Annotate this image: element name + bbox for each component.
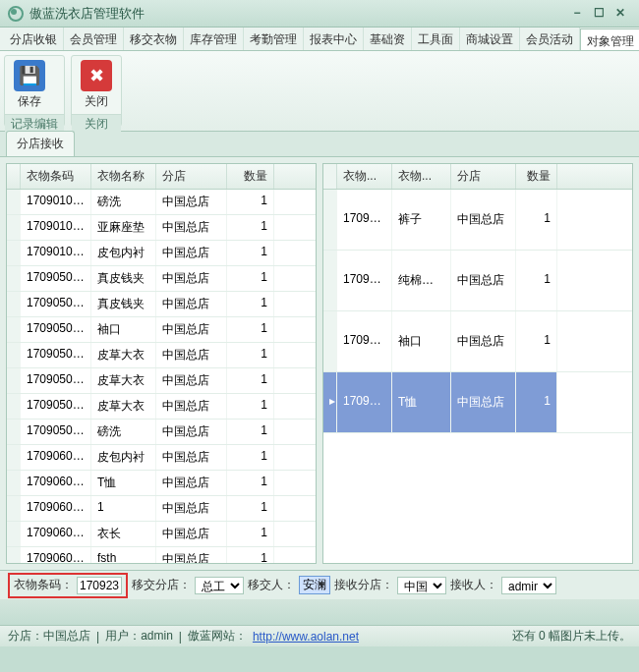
menu-item[interactable]: 工具面 (412, 28, 460, 50)
cell-shop: 中国总店 (156, 368, 227, 393)
tab-branch-receive[interactable]: 分店接收 (6, 131, 75, 156)
menu-item[interactable]: 基础资 (364, 28, 412, 50)
col-header[interactable]: 数量 (227, 164, 274, 189)
status-shop: 分店：中国总店 (8, 628, 90, 644)
receive-shop-label: 接收分店： (334, 577, 393, 593)
row-indicator-icon (323, 311, 337, 371)
table-row[interactable]: 1709060 0...fsth中国总店1 (7, 547, 316, 563)
cell-qty: 1 (227, 394, 274, 419)
table-row[interactable]: 1709010 0...磅洗中国总店1 (7, 190, 316, 215)
table-row[interactable]: 1709010 0...亚麻座垫中国总店1 (7, 215, 316, 241)
menu-item[interactable]: 分店收银 (4, 28, 64, 50)
close-button-icon: ✖ (81, 60, 112, 91)
menu-item[interactable]: 对象管理 (580, 28, 639, 51)
col-header[interactable]: 分店 (451, 164, 516, 189)
menu-item[interactable]: 考勤管理 (244, 28, 304, 50)
cell-qty: 1 (227, 471, 274, 495)
cell-name: 皮包内衬 (91, 445, 156, 470)
cell-qty: 1 (227, 420, 274, 444)
table-row[interactable]: 1709060 0...1中国总店1 (7, 496, 316, 522)
cell-name: 皮草大衣 (91, 394, 156, 419)
table-row[interactable]: 1709050 0...真皮钱夹中国总店1 (7, 266, 316, 292)
table-row[interactable]: 1709050 0...袖口中国总店1 (7, 317, 316, 343)
table-row[interactable]: ▸170920...T恤中国总店1 (323, 372, 632, 433)
col-header[interactable]: 分店 (156, 164, 227, 189)
col-header[interactable]: 数量 (516, 164, 557, 189)
col-header[interactable]: 衣物... (392, 164, 451, 189)
cell-shop: 中国总店 (156, 547, 227, 563)
cell-shop: 中国总店 (156, 317, 227, 342)
barcode-highlight: 衣物条码： (8, 573, 128, 598)
table-row[interactable]: 1709060 0...T恤中国总店1 (7, 471, 316, 496)
close-button[interactable]: ✖关闭 (74, 58, 119, 112)
cell-name: 皮包内衬 (91, 241, 156, 265)
cell-shop: 中国总店 (156, 394, 227, 419)
save-button[interactable]: 💾保存 (7, 58, 52, 112)
status-remaining: 还有 0 幅图片未上传。 (512, 628, 631, 644)
window-close-button[interactable]: ✕ (610, 5, 631, 23)
cell-qty: 1 (516, 372, 557, 432)
tabrow: 分店接收 (0, 132, 639, 157)
table-row[interactable]: 1709050 0...皮草大衣中国总店1 (7, 394, 316, 420)
minimize-button[interactable]: − (566, 5, 588, 23)
table-row[interactable]: 170923...纯棉衬衫中国总店1 (323, 251, 632, 311)
table-row[interactable]: 170909...袖口中国总店1 (323, 311, 632, 372)
cell-code: 1709050 0... (21, 343, 91, 367)
content-area: 衣物条码 衣物名称 分店 数量 1709010 0...磅洗中国总店117090… (0, 157, 639, 570)
table-row[interactable]: 1709060 0...衣长中国总店1 (7, 522, 316, 547)
maximize-button[interactable]: ☐ (588, 5, 610, 23)
left-grid-body[interactable]: 1709010 0...磅洗中国总店11709010 0...亚麻座垫中国总店1… (7, 190, 316, 563)
right-grid-body[interactable]: 170923...裤子中国总店1170923...纯棉衬衫中国总店1170909… (323, 190, 632, 563)
status-site-label: 傲蓝网站： (188, 628, 247, 644)
menu-item[interactable]: 移交衣物 (124, 28, 184, 50)
menu-item[interactable]: 会员活动 (520, 28, 580, 50)
right-grid-header: 衣物... 衣物... 分店 数量 (323, 164, 632, 190)
receive-shop-select[interactable]: 中国总 (397, 577, 446, 594)
cell-qty: 1 (227, 215, 274, 240)
cell-shop: 中国总店 (156, 343, 227, 367)
separator (0, 599, 639, 625)
cell-name: 纯棉衬衫 (392, 251, 451, 310)
col-header[interactable]: 衣物条码 (21, 164, 91, 189)
col-header[interactable]: 衣物名称 (91, 164, 156, 189)
cell-qty: 1 (516, 311, 557, 371)
table-row[interactable]: 1709050 0...真皮钱夹中国总店1 (7, 292, 316, 317)
table-row[interactable]: 1709060 0...皮包内衬中国总店1 (7, 445, 316, 471)
bottom-bar: 衣物条码： 移交分店： 总工厂 移交人： 安澜 接收分店： 中国总 接收人： a… (0, 570, 639, 599)
receive-person-select[interactable]: admin (501, 577, 556, 594)
cell-shop: 中国总店 (451, 251, 516, 310)
cell-qty: 1 (227, 317, 274, 342)
cell-qty: 1 (227, 241, 274, 265)
cell-name: 皮草大衣 (91, 368, 156, 393)
save-button-icon: 💾 (14, 60, 45, 91)
status-site-link[interactable]: http://www.aolan.net (253, 630, 359, 644)
table-row[interactable]: 170923...裤子中国总店1 (323, 190, 632, 251)
table-row[interactable]: 1709050 0...磅洗中国总店1 (7, 420, 316, 445)
table-row[interactable]: 1709050 0...皮草大衣中国总店1 (7, 343, 316, 368)
col-header[interactable]: 衣物... (337, 164, 392, 189)
cell-code: 1709010 0... (21, 241, 91, 265)
cell-code: 170909... (337, 311, 392, 371)
menu-item[interactable]: 报表中心 (304, 28, 364, 50)
table-row[interactable]: 1709010 0...皮包内衬中国总店1 (7, 241, 316, 266)
row-indicator-icon (323, 251, 337, 310)
transfer-person-select[interactable]: 安澜 (299, 576, 330, 594)
cell-qty: 1 (516, 251, 557, 310)
cell-shop: 中国总店 (156, 215, 227, 240)
cell-shop: 中国总店 (156, 241, 227, 265)
cell-name: 真皮钱夹 (91, 266, 156, 291)
right-grid: 衣物... 衣物... 分店 数量 170923...裤子中国总店1170923… (322, 163, 633, 564)
cell-code: 1709060 0... (21, 522, 91, 546)
table-row[interactable]: 1709050 0...皮草大衣中国总店1 (7, 368, 316, 394)
ribbon-label: 保存 (18, 93, 41, 110)
ribbon: 💾保存记录编辑✖关闭关闭 (0, 51, 639, 132)
ribbon-group: 💾保存记录编辑 (4, 55, 65, 127)
ribbon-label: 关闭 (85, 93, 108, 110)
menu-item[interactable]: 会员管理 (64, 28, 124, 50)
barcode-input[interactable] (77, 577, 122, 594)
cell-qty: 1 (227, 445, 274, 470)
transfer-shop-select[interactable]: 总工厂 (195, 577, 244, 594)
menu-item[interactable]: 库存管理 (184, 28, 244, 50)
menu-item[interactable]: 商城设置 (460, 28, 520, 50)
window-title: 傲蓝洗衣店管理软件 (29, 5, 566, 23)
